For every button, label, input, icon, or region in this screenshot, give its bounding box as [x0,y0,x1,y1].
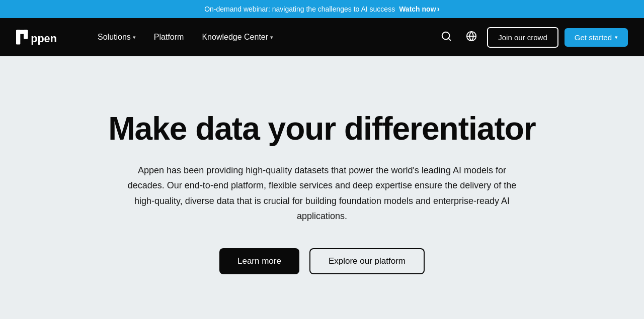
logo-link[interactable]: ppen [16,27,66,47]
nav-links: Solutions ▾ Platform Knowledge Center ▾ [91,29,437,46]
hero-description: Appen has been providing high-quality da… [121,163,523,224]
announcement-bar: On-demand webinar: navigating the challe… [0,0,644,18]
solutions-chevron-icon: ▾ [133,34,136,41]
search-icon [441,31,452,44]
main-nav: ppen Solutions ▾ Platform Knowledge Cent… [0,18,644,56]
svg-text:ppen: ppen [31,32,57,45]
svg-line-5 [449,38,451,40]
language-button[interactable] [462,27,481,48]
hero-title: Make data your differentiator [108,111,535,146]
knowledge-chevron-icon: ▾ [270,34,273,41]
join-crowd-button[interactable]: Join our crowd [487,27,558,48]
search-button[interactable] [437,27,456,48]
hero-section: Make data your differentiator Appen has … [0,56,644,319]
explore-platform-button[interactable]: Explore our platform [309,248,425,274]
appen-logo: ppen [16,27,66,47]
get-started-button[interactable]: Get started ▾ [565,28,628,47]
announcement-arrow: › [437,5,440,14]
announcement-cta-label: Watch now [399,5,436,13]
nav-item-solutions[interactable]: Solutions ▾ [91,29,143,46]
nav-right: Join our crowd Get started ▾ [437,27,628,48]
nav-item-platform[interactable]: Platform [147,29,191,46]
announcement-cta[interactable]: Watch now › [399,5,440,14]
globe-icon [466,31,477,44]
nav-item-knowledge-center[interactable]: Knowledge Center ▾ [195,29,280,46]
svg-rect-2 [24,30,28,39]
hero-buttons: Learn more Explore our platform [219,248,425,274]
get-started-chevron-icon: ▾ [615,34,618,41]
learn-more-button[interactable]: Learn more [219,248,299,274]
announcement-text: On-demand webinar: navigating the challe… [204,5,395,13]
